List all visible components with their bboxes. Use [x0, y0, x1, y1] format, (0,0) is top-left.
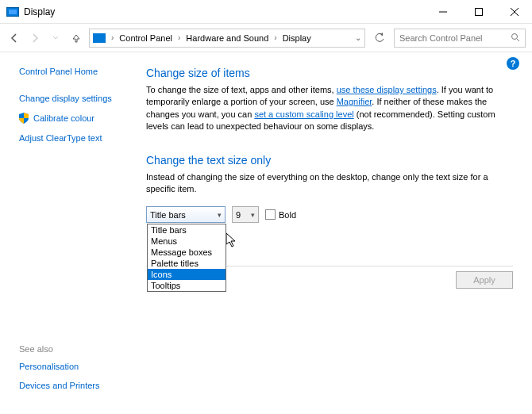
checkbox-box: [265, 209, 276, 220]
search-box[interactable]: [394, 29, 526, 48]
magnifier-link[interactable]: Magnifier: [337, 97, 372, 106]
checkbox-label: Bold: [279, 210, 296, 220]
minimize-button[interactable]: [425, 0, 461, 23]
dropdown-option[interactable]: Message boxes: [148, 247, 226, 258]
item-type-combo[interactable]: Title bars ▾ Title bars Menus Message bo…: [146, 206, 226, 223]
svg-point-4: [512, 33, 518, 39]
chevron-right-icon[interactable]: ›: [272, 33, 279, 42]
control-panel-home-link[interactable]: Control Panel Home: [19, 67, 143, 76]
breadcrumb[interactable]: › Control Panel › Hardware and Sound › D…: [89, 29, 365, 48]
dropdown-option[interactable]: Palette titles: [148, 258, 226, 269]
titlebar: Display: [0, 0, 532, 24]
item-type-dropdown: Title bars Menus Message boxes Palette t…: [147, 224, 226, 292]
see-also-heading: See also: [19, 344, 100, 354]
sidebar-link-display-settings[interactable]: Change display settings: [19, 94, 143, 103]
sidebar-link-label: Calibrate colour: [33, 113, 94, 123]
chevron-right-icon[interactable]: ›: [175, 33, 183, 42]
chevron-down-icon[interactable]: ⌄: [355, 33, 361, 42]
see-also-personalisation[interactable]: Personalisation: [19, 362, 100, 371]
close-button[interactable]: [496, 0, 532, 23]
see-also: See also Personalisation Devices and Pri…: [19, 344, 100, 400]
breadcrumb-item[interactable]: Control Panel: [118, 33, 174, 43]
sidebar: Control Panel Home Change display settin…: [0, 52, 143, 414]
forward-button[interactable]: [27, 30, 43, 46]
combo-selected: Title bars: [150, 210, 186, 220]
chevron-right-icon[interactable]: ›: [109, 33, 116, 42]
see-also-devices[interactable]: Devices and Printers: [19, 381, 100, 390]
section2-text: Instead of changing the size of everythi…: [146, 171, 513, 196]
chevron-down-icon: ▾: [218, 211, 222, 219]
chevron-down-icon: ▾: [251, 211, 255, 219]
bold-checkbox[interactable]: Bold: [265, 209, 296, 220]
navbar: › Control Panel › Hardware and Sound › D…: [0, 24, 532, 52]
sidebar-link-cleartype[interactable]: Adjust ClearType text: [19, 133, 143, 143]
window-title: Display: [24, 6, 425, 17]
svg-rect-1: [475, 8, 482, 15]
display-icon: [6, 7, 19, 17]
main-content: Change size of items To change the size …: [143, 52, 532, 414]
section1-text: To change the size of text, apps and oth…: [146, 84, 513, 133]
dropdown-option[interactable]: Menus: [148, 236, 226, 247]
refresh-button[interactable]: [370, 29, 389, 48]
up-button[interactable]: [68, 30, 84, 46]
search-input[interactable]: [399, 33, 511, 43]
sidebar-link-calibrate[interactable]: Calibrate colour: [19, 113, 143, 124]
recent-dropdown[interactable]: [48, 30, 64, 46]
maximize-button[interactable]: [461, 0, 496, 23]
search-icon[interactable]: [511, 33, 520, 44]
breadcrumb-item[interactable]: Hardware and Sound: [184, 33, 270, 43]
help-icon[interactable]: ?: [507, 57, 519, 70]
svg-line-5: [517, 39, 519, 41]
dropdown-option[interactable]: Tooltips: [148, 280, 226, 291]
shield-icon: [19, 113, 29, 124]
combo-selected: 9: [236, 210, 241, 220]
display-icon: [93, 33, 106, 43]
section-heading: Change size of items: [146, 67, 513, 79]
display-settings-link[interactable]: use these display settings: [337, 85, 437, 94]
custom-scaling-link[interactable]: set a custom scaling level: [254, 109, 353, 119]
back-button[interactable]: [6, 30, 22, 46]
dropdown-option[interactable]: Title bars: [148, 224, 226, 236]
font-size-combo[interactable]: 9 ▾: [232, 206, 259, 223]
dropdown-option[interactable]: Icons: [148, 269, 226, 280]
section-heading: Change the text size only: [146, 154, 513, 167]
apply-button[interactable]: Apply: [456, 271, 513, 289]
breadcrumb-item[interactable]: Display: [281, 33, 313, 43]
